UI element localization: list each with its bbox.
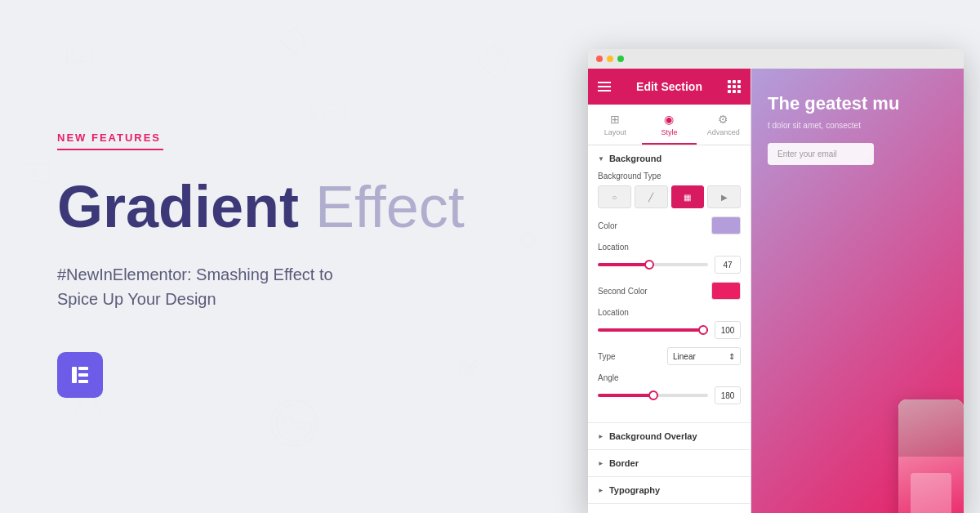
- location-slider-fill: [598, 263, 649, 266]
- svg-rect-0: [312, 100, 345, 123]
- browser-window: Edit Section: [588, 49, 964, 513]
- svg-rect-13: [72, 367, 77, 383]
- bg-type-gradient[interactable]: ▦: [671, 185, 705, 208]
- bg-type-field-label: Background Type: [598, 172, 741, 181]
- color-swatch-primary[interactable]: [711, 216, 741, 234]
- bg-overlay-arrow: ▼: [597, 433, 604, 439]
- title-gradient-word: Gradient: [57, 174, 299, 239]
- background-arrow: ▼: [598, 155, 604, 163]
- tab-style-label: Style: [661, 128, 677, 136]
- phone-screen: [898, 399, 964, 513]
- second-color-field-label: Second Color: [598, 287, 648, 296]
- location2-slider-track[interactable]: [598, 328, 708, 332]
- second-color-field-row: Second Color: [598, 282, 741, 300]
- tab-advanced[interactable]: ⚙ Advanced: [697, 105, 751, 145]
- editor-topbar: Edit Section: [588, 69, 751, 105]
- phone-image: [898, 399, 964, 457]
- tab-layout-label: Layout: [604, 128, 626, 136]
- tab-style[interactable]: ◉ Style: [642, 105, 696, 145]
- background-section-content: Background Type ○ ╱ ▦ ▶ Color: [588, 172, 751, 422]
- page-container: NEW FEATURES Gradient Effect #NewInEleme…: [0, 0, 980, 513]
- panel-title: Edit Section: [636, 80, 702, 93]
- type-select-row: Type Linear ⇕: [598, 347, 741, 365]
- background-section: ▼ Background Background Type ○ ╱ ▦: [588, 145, 751, 423]
- preview-email-input[interactable]: Enter your email: [768, 143, 874, 165]
- color-swatch-secondary[interactable]: [711, 282, 741, 300]
- location2-value[interactable]: 100: [715, 321, 741, 339]
- preview-phone-mockup: [898, 399, 964, 513]
- bg-type-video[interactable]: ▶: [707, 185, 741, 208]
- elementor-icon: [67, 362, 93, 388]
- new-features-badge: NEW FEATURES: [57, 132, 531, 150]
- location-value[interactable]: 47: [715, 256, 741, 274]
- browser-body: Edit Section: [588, 69, 964, 513]
- typography-section: ▼ Typography: [588, 477, 751, 504]
- bg-type-none[interactable]: ○: [598, 185, 631, 208]
- border-section: ▼ Border: [588, 450, 751, 477]
- svg-rect-5: [67, 51, 83, 63]
- background-label: Background: [609, 154, 662, 163]
- bg-type-color[interactable]: ╱: [635, 185, 668, 208]
- hamburger-menu[interactable]: [598, 82, 611, 91]
- badge-underline: [57, 149, 163, 150]
- location-slider-track[interactable]: [598, 263, 708, 266]
- location-slider-thumb[interactable]: [644, 260, 654, 270]
- svg-rect-16: [78, 380, 88, 383]
- angle-slider-track[interactable]: [598, 394, 708, 397]
- angle-slider: 180: [598, 386, 741, 404]
- border-label: Border: [609, 458, 639, 468]
- editor-sidebar: Edit Section: [588, 69, 751, 513]
- location-slider: 47: [598, 256, 741, 274]
- tab-advanced-label: Advanced: [707, 128, 740, 136]
- minimize-dot: [607, 56, 613, 62]
- preview-subtitle: t dolor sit amet, consectet: [768, 121, 947, 130]
- type-select[interactable]: Linear ⇕: [667, 347, 741, 365]
- color-field-row: Color: [598, 216, 741, 234]
- typography-label: Typography: [609, 485, 660, 495]
- left-panel: NEW FEATURES Gradient Effect #NewInEleme…: [0, 0, 580, 513]
- type-select-value: Linear: [673, 352, 696, 361]
- svg-rect-2: [315, 109, 325, 119]
- background-section-header[interactable]: ▼ Background: [588, 145, 751, 172]
- preview-title: The geatest mu: [768, 93, 947, 114]
- type-field-label: Type: [598, 352, 616, 361]
- phone-face-element: [911, 473, 951, 513]
- style-icon: ◉: [664, 113, 674, 126]
- right-panel: Edit Section: [580, 0, 980, 513]
- advanced-icon: ⚙: [718, 113, 728, 126]
- bg-overlay-section: ▼ Background Overlay: [588, 423, 751, 450]
- website-preview: The geatest mu t dolor sit amet, consect…: [751, 69, 964, 513]
- angle-slider-thumb[interactable]: [648, 390, 658, 400]
- bg-overlay-header[interactable]: ▼ Background Overlay: [588, 423, 751, 449]
- border-header[interactable]: ▼ Border: [588, 450, 751, 476]
- location2-field-label: Location: [598, 308, 741, 317]
- angle-slider-fill: [598, 394, 653, 397]
- location2-slider-thumb[interactable]: [698, 325, 708, 335]
- angle-value[interactable]: 180: [715, 386, 741, 404]
- subtitle: #NewInElementor: Smashing Effect toSpice…: [57, 262, 400, 311]
- svg-rect-9: [25, 164, 50, 182]
- svg-point-7: [271, 400, 317, 446]
- location2-slider-fill: [598, 328, 708, 332]
- hamburger-line-1: [598, 82, 611, 83]
- svg-rect-6: [72, 47, 93, 61]
- angle-field-label: Angle: [598, 373, 741, 382]
- tab-layout[interactable]: ⊞ Layout: [588, 105, 642, 145]
- close-dot: [596, 56, 603, 62]
- location-field-label: Location: [598, 243, 741, 252]
- background-decorations: [0, 0, 580, 513]
- location2-slider: 100: [598, 321, 741, 339]
- layout-icon: ⊞: [610, 113, 620, 126]
- typography-header[interactable]: ▼ Typography: [588, 477, 751, 503]
- grid-menu-icon[interactable]: [728, 80, 741, 93]
- title-light-word: Effect: [315, 174, 465, 239]
- hamburger-line-2: [598, 86, 611, 87]
- editor-tabs: ⊞ Layout ◉ Style ⚙ Advanced: [588, 105, 751, 145]
- border-arrow: ▼: [597, 460, 604, 466]
- svg-rect-15: [78, 373, 88, 377]
- subtitle-text: #NewInElementor: Smashing Effect toSpice…: [57, 265, 333, 308]
- bg-type-buttons: ○ ╱ ▦ ▶: [598, 185, 741, 208]
- expand-dot: [617, 56, 624, 62]
- editor-panel: ▼ Background Background Type ○ ╱ ▦: [588, 145, 751, 513]
- hamburger-line-3: [598, 90, 611, 91]
